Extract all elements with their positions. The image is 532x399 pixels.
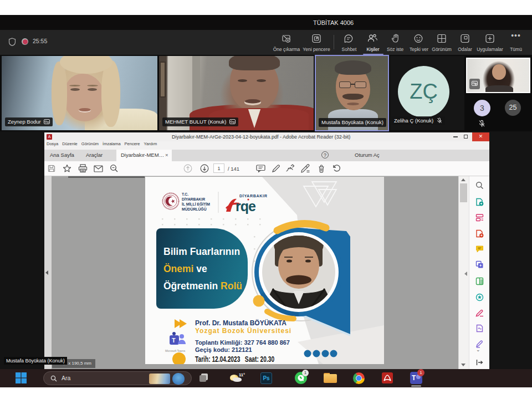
svg-text:Yozgat Bozok Üniversitesi: Yozgat Bozok Üniversitesi [195,326,291,335]
svg-text:DİYARBAKIR: DİYARBAKIR [239,193,268,198]
svg-text:Tarih: 12.04.2023 Saat: 20.3: Tarih: 12.04.2023 Saat: 20.30 [195,354,274,364]
svg-text:İL MİLLİ EĞİTİM: İL MİLLİ EĞİTİM [182,202,210,206]
svg-text:Geçiş kodu: 212121: Geçiş kodu: 212121 [195,346,252,353]
svg-text:Toplantı Kimliği: 327 764 880: Toplantı Kimliği: 327 764 880 867 [195,339,290,346]
svg-text:Prof. Dr. Mustafa BÖYÜKATA: Prof. Dr. Mustafa BÖYÜKATA [195,319,287,327]
svg-text:T: T [172,337,176,344]
svg-text:rqe: rqe [236,198,256,214]
svg-text:Öğretmenin Rolü: Öğretmenin Rolü [163,280,242,291]
svg-text:Önemi ve: Önemi ve [163,263,207,274]
svg-text:MÜDÜRLÜĞÜ: MÜDÜRLÜĞÜ [182,207,207,211]
svg-text:Microsoft Teams: Microsoft Teams [165,349,186,352]
svg-text:T.C.: T.C. [182,192,188,196]
svg-text:Bilim Fuarlarının: Bilim Fuarlarının [163,246,240,257]
svg-text:DİYARBAKIR: DİYARBAKIR [182,197,205,201]
